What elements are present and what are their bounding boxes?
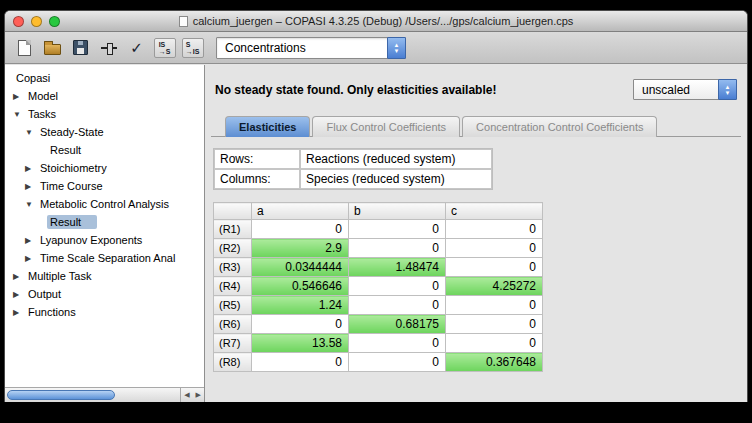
table-cell[interactable]: 0 xyxy=(349,239,446,258)
meta-row-rows: Rows: Reactions (reduced system) xyxy=(214,149,492,169)
tab-concentration-control-coefficients[interactable]: Concentration Control Coefficients xyxy=(462,116,657,137)
tree-item-time-scale-separation[interactable]: ▶Time Scale Separation Anal xyxy=(5,249,204,267)
columns-key-cell: Columns: xyxy=(214,169,300,189)
chevron-right-icon[interactable]: ▶ xyxy=(25,182,37,191)
screen: calcium_juergen – COPASI 4.3.25 (Debug) … xyxy=(0,0,752,423)
row-header[interactable]: (R5) xyxy=(214,296,252,315)
table-cell[interactable]: 0 xyxy=(446,258,543,277)
table-cell[interactable]: 0 xyxy=(446,296,543,315)
tree-item-lyapunov-exponents[interactable]: ▶Lyapunov Exponents xyxy=(5,231,204,249)
table-cell[interactable]: 0 xyxy=(446,239,543,258)
table-cell[interactable]: 1.24 xyxy=(252,296,349,315)
scroll-right-icon[interactable]: ▶ xyxy=(196,391,201,399)
chevron-right-icon[interactable]: ▶ xyxy=(13,272,25,281)
chevron-right-icon[interactable]: ▶ xyxy=(13,290,25,299)
concentrations-combobox-value: Concentrations xyxy=(225,41,306,55)
combo-stepper-icon xyxy=(718,79,737,100)
table-cell[interactable]: 0 xyxy=(349,334,446,353)
table-cell[interactable]: 0.546646 xyxy=(252,277,349,296)
copasi-window: calcium_juergen – COPASI 4.3.25 (Debug) … xyxy=(4,10,748,402)
zoom-button[interactable] xyxy=(49,16,60,27)
table-cell[interactable]: 0 xyxy=(252,220,349,239)
table-cell[interactable]: 0 xyxy=(446,315,543,334)
tree-item-steady-state-result[interactable]: Result xyxy=(5,141,204,159)
column-header-a[interactable]: a xyxy=(252,203,349,220)
tree-item-model[interactable]: ▶Model xyxy=(5,87,204,105)
window-title: calcium_juergen – COPASI 4.3.25 (Debug) … xyxy=(5,11,747,31)
is-to-s-icon: IS →S xyxy=(154,38,176,58)
row-header[interactable]: (R1) xyxy=(214,220,252,239)
tree-item-functions[interactable]: ▶Functions xyxy=(5,303,204,321)
navigation-tree: Copasi ▶Model ▼Tasks ▼Steady-State Resul… xyxy=(5,65,204,321)
tree-item-label: Model xyxy=(25,89,61,103)
open-folder-icon xyxy=(44,44,61,55)
chevron-down-icon[interactable]: ▼ xyxy=(25,200,37,209)
scale-combobox[interactable]: unscaled xyxy=(633,79,737,100)
row-header[interactable]: (R8) xyxy=(214,353,252,372)
tab-elasticities[interactable]: Elasticities xyxy=(225,116,310,137)
scroll-left-icon[interactable]: ◀ xyxy=(184,391,189,399)
tree-item-output[interactable]: ▶Output xyxy=(5,285,204,303)
table-corner[interactable] xyxy=(214,203,252,220)
tree-item-mca-result[interactable]: Result xyxy=(5,213,204,231)
tree-item-copasi[interactable]: Copasi xyxy=(5,69,204,87)
chevron-right-icon[interactable]: ▶ xyxy=(25,254,37,263)
tree-item-metabolic-control-analysis[interactable]: ▼Metabolic Control Analysis xyxy=(5,195,204,213)
tab-flux-control-coefficients[interactable]: Flux Control Coefficients xyxy=(312,116,460,137)
table-cell[interactable]: 13.58 xyxy=(252,334,349,353)
table-cell[interactable]: 4.25272 xyxy=(446,277,543,296)
column-header-c[interactable]: c xyxy=(446,203,543,220)
state-to-initial-state-button[interactable]: S →IS xyxy=(180,35,205,60)
update-model-button[interactable]: ✓ xyxy=(124,35,149,60)
tree-item-multiple-task[interactable]: ▶Multiple Task xyxy=(5,267,204,285)
toolbar: ✓ IS →S S →IS Concentrations xyxy=(5,32,747,64)
table-cell[interactable]: 0 xyxy=(446,334,543,353)
chevron-right-icon[interactable]: ▶ xyxy=(25,164,37,173)
table-cell[interactable]: 0 xyxy=(349,296,446,315)
column-header-b[interactable]: b xyxy=(349,203,446,220)
chevron-right-icon[interactable]: ▶ xyxy=(25,236,37,245)
horizontal-scrollbar[interactable]: ◀ ▶ xyxy=(5,387,204,402)
initial-state-to-state-button[interactable]: IS →S xyxy=(152,35,177,60)
table-cell[interactable]: 0.0344444 xyxy=(252,258,349,277)
table-cell[interactable]: 0 xyxy=(349,353,446,372)
chevron-down-icon[interactable]: ▼ xyxy=(13,110,25,119)
status-message: No steady state found. Only elasticities… xyxy=(215,83,496,97)
main-panel: No steady state found. Only elasticities… xyxy=(205,65,747,402)
concentrations-combobox[interactable]: Concentrations xyxy=(216,37,406,59)
chevron-right-icon[interactable]: ▶ xyxy=(13,308,25,317)
chevron-right-icon[interactable]: ▶ xyxy=(13,92,25,101)
window-body: Copasi ▶Model ▼Tasks ▼Steady-State Resul… xyxy=(5,65,747,402)
tree-item-label: Functions xyxy=(25,305,79,319)
table-cell[interactable]: 2.9 xyxy=(252,239,349,258)
table-cell[interactable]: 0 xyxy=(446,220,543,239)
chevron-down-icon[interactable]: ▼ xyxy=(25,128,37,137)
row-header[interactable]: (R4) xyxy=(214,277,252,296)
scrollbar-thumb[interactable] xyxy=(7,390,115,400)
table-cell[interactable]: 0 xyxy=(252,353,349,372)
tree-item-stoichiometry[interactable]: ▶Stoichiometry xyxy=(5,159,204,177)
save-button[interactable] xyxy=(68,35,93,60)
tree-item-steady-state[interactable]: ▼Steady-State xyxy=(5,123,204,141)
row-header[interactable]: (R2) xyxy=(214,239,252,258)
meta-row-columns: Columns: Species (reduced system) xyxy=(214,169,492,189)
close-button[interactable] xyxy=(13,16,24,27)
title-bar[interactable]: calcium_juergen – COPASI 4.3.25 (Debug) … xyxy=(5,11,747,32)
table-cell[interactable]: 0.68175 xyxy=(349,315,446,334)
table-cell[interactable]: 0 xyxy=(349,220,446,239)
table-row: (R2) 2.9 0 0 xyxy=(214,239,543,258)
slider-dialog-button[interactable] xyxy=(96,35,121,60)
tree-item-time-course[interactable]: ▶Time Course xyxy=(5,177,204,195)
open-file-button[interactable] xyxy=(40,35,65,60)
row-header[interactable]: (R7) xyxy=(214,334,252,353)
table-cell[interactable]: 0.367648 xyxy=(446,353,543,372)
table-cell[interactable]: 0 xyxy=(252,315,349,334)
rows-key-cell: Rows: xyxy=(214,149,300,169)
table-cell[interactable]: 0 xyxy=(349,277,446,296)
new-file-button[interactable] xyxy=(12,35,37,60)
row-header[interactable]: (R6) xyxy=(214,315,252,334)
row-header[interactable]: (R3) xyxy=(214,258,252,277)
table-cell[interactable]: 1.48474 xyxy=(349,258,446,277)
tree-item-tasks[interactable]: ▼Tasks xyxy=(5,105,204,123)
minimize-button[interactable] xyxy=(31,16,42,27)
